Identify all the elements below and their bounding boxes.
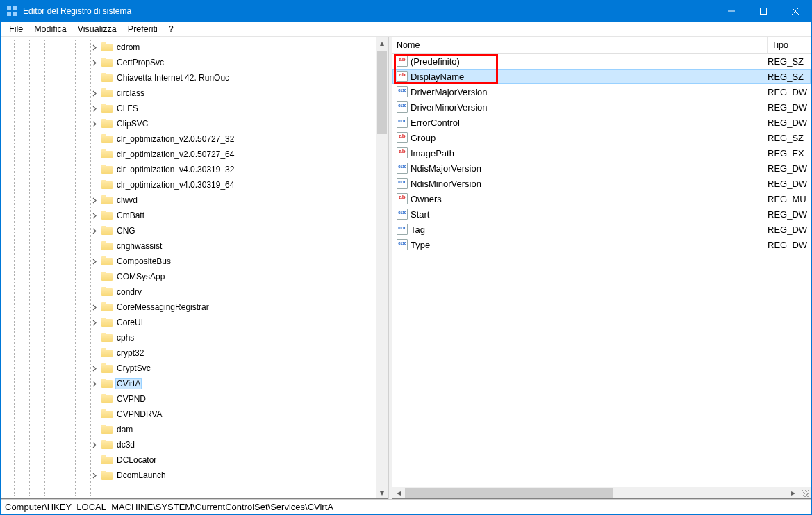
expander-icon[interactable] xyxy=(90,318,99,327)
tree-item[interactable]: crypt32 xyxy=(1,345,388,361)
tree-item[interactable]: CmBatt xyxy=(1,208,388,223)
folder-icon xyxy=(101,318,113,327)
list-row[interactable]: ImagePathREG_EX xyxy=(392,145,811,161)
close-button[interactable] xyxy=(779,1,811,22)
scrollbar-thumb[interactable] xyxy=(405,488,613,498)
expander-icon[interactable] xyxy=(90,303,99,311)
expander-icon[interactable] xyxy=(90,471,99,480)
list-row[interactable]: NdisMajorVersionREG_DW xyxy=(392,161,811,176)
scrollbar-thumb[interactable] xyxy=(377,51,387,134)
expander-icon[interactable] xyxy=(90,272,99,281)
expander-icon[interactable] xyxy=(90,395,99,403)
list-row[interactable]: ErrorControlREG_DW xyxy=(392,115,811,130)
tree-item[interactable]: CertPropSvc xyxy=(1,55,388,70)
menu-visualizza[interactable]: Visualizza xyxy=(72,23,122,35)
expander-icon[interactable] xyxy=(90,120,99,128)
expander-icon[interactable] xyxy=(90,410,99,418)
scroll-left-icon[interactable]: ◂ xyxy=(392,487,404,498)
list-view[interactable]: (Predefinito)REG_SZDisplayNameREG_SZDriv… xyxy=(392,54,811,498)
list-row[interactable]: StartREG_DW xyxy=(392,206,811,222)
expander-icon[interactable] xyxy=(90,89,99,97)
menu-modifica[interactable]: Modifica xyxy=(28,23,72,35)
expander-icon[interactable] xyxy=(90,58,99,67)
expander-icon[interactable] xyxy=(90,150,99,158)
horizontal-scrollbar[interactable]: ◂ ▸ xyxy=(392,487,799,498)
expander-icon[interactable] xyxy=(90,441,99,449)
titlebar[interactable]: Editor del Registro di sistema xyxy=(1,1,811,22)
tree-item[interactable]: CVirtA xyxy=(1,376,388,391)
folder-icon xyxy=(101,425,113,434)
tree-item[interactable]: dc3d xyxy=(1,437,388,452)
expander-icon[interactable] xyxy=(90,135,99,143)
column-header[interactable]: Nome xyxy=(392,37,768,53)
tree-item[interactable]: CoreUI xyxy=(1,315,388,330)
scroll-right-icon[interactable]: ▸ xyxy=(787,487,799,498)
expander-icon[interactable] xyxy=(90,227,99,235)
tree-item[interactable]: cdrom xyxy=(1,40,388,55)
tree-item[interactable]: cphs xyxy=(1,330,388,345)
menu-file[interactable]: File xyxy=(3,23,28,35)
expander-icon[interactable] xyxy=(90,104,99,113)
list-header[interactable]: NomeTipo xyxy=(392,37,811,54)
list-row[interactable]: DriverMinorVersionREG_DW xyxy=(392,99,811,115)
tree-item[interactable]: CVPNDRVA xyxy=(1,407,388,422)
expander-icon[interactable] xyxy=(90,43,99,51)
size-grip[interactable] xyxy=(799,487,811,498)
tree-item[interactable]: CVPND xyxy=(1,391,388,407)
expander-icon[interactable] xyxy=(90,425,99,434)
expander-icon[interactable] xyxy=(90,349,99,357)
tree-item[interactable]: clr_optimization_v2.0.50727_64 xyxy=(1,147,388,162)
tree-item[interactable]: condrv xyxy=(1,284,388,300)
tree-item[interactable]: COMSysApp xyxy=(1,269,388,284)
expander-icon[interactable] xyxy=(90,288,99,296)
expander-icon[interactable] xyxy=(90,334,99,342)
list-row[interactable]: TagREG_DW xyxy=(392,222,811,237)
list-row[interactable]: GroupREG_SZ xyxy=(392,130,811,145)
list-row[interactable]: NdisMinorVersionREG_DW xyxy=(392,176,811,191)
scroll-down-icon[interactable]: ▾ xyxy=(376,487,388,498)
tree-item[interactable]: cnghwassist xyxy=(1,238,388,254)
tree-item[interactable]: dam xyxy=(1,422,388,437)
menu-?[interactable]: ? xyxy=(163,23,179,35)
tree-item[interactable]: circlass xyxy=(1,85,388,101)
tree-item[interactable]: CLFS xyxy=(1,101,388,116)
column-header[interactable]: Tipo xyxy=(768,37,809,53)
list-row[interactable]: TypeREG_DW xyxy=(392,237,811,252)
expander-icon[interactable] xyxy=(90,74,99,82)
scroll-up-icon[interactable]: ▴ xyxy=(376,37,388,49)
expander-icon[interactable] xyxy=(90,379,99,388)
tree-item[interactable]: DCLocator xyxy=(1,452,388,468)
list-row[interactable]: DriverMajorVersionREG_DW xyxy=(392,84,811,99)
list-row[interactable]: OwnersREG_MU xyxy=(392,191,811,206)
tree-item[interactable]: ClipSVC xyxy=(1,116,388,131)
tree-item[interactable]: clr_optimization_v2.0.50727_32 xyxy=(1,131,388,147)
tree-item[interactable]: CNG xyxy=(1,223,388,238)
tree-item[interactable]: clwvd xyxy=(1,193,388,208)
maximize-button[interactable] xyxy=(747,1,779,22)
minimize-button[interactable] xyxy=(715,1,747,22)
expander-icon[interactable] xyxy=(90,165,99,174)
value-type: REG_SZ xyxy=(768,56,809,67)
tree-item[interactable]: Chiavetta Internet 42. RunOuc xyxy=(1,70,388,85)
expander-icon[interactable] xyxy=(90,242,99,250)
list-row[interactable]: (Predefinito)REG_SZ xyxy=(392,54,811,69)
vertical-scrollbar[interactable]: ▴ ▾ xyxy=(376,37,388,498)
expander-icon[interactable] xyxy=(90,181,99,189)
tree-item[interactable]: CryptSvc xyxy=(1,361,388,376)
expander-icon[interactable] xyxy=(90,257,99,265)
expander-icon[interactable] xyxy=(90,196,99,204)
tree-item[interactable]: clr_optimization_v4.0.30319_32 xyxy=(1,162,388,177)
tree-item-label: DcomLaunch xyxy=(115,471,167,480)
expander-icon[interactable] xyxy=(90,211,99,220)
list-row[interactable]: DisplayNameREG_SZ xyxy=(392,69,811,84)
tree-item[interactable]: CompositeBus xyxy=(1,254,388,269)
tree-item-label: CompositeBus xyxy=(115,256,172,266)
folder-icon xyxy=(101,256,113,266)
tree-item[interactable]: CoreMessagingRegistrar xyxy=(1,300,388,315)
tree-item[interactable]: clr_optimization_v4.0.30319_64 xyxy=(1,177,388,193)
tree-item[interactable]: DcomLaunch xyxy=(1,468,388,483)
expander-icon[interactable] xyxy=(90,364,99,373)
menu-preferiti[interactable]: Preferiti xyxy=(122,23,163,35)
tree-view[interactable]: cdromCertPropSvcChiavetta Internet 42. R… xyxy=(1,37,388,498)
expander-icon[interactable] xyxy=(90,456,99,464)
